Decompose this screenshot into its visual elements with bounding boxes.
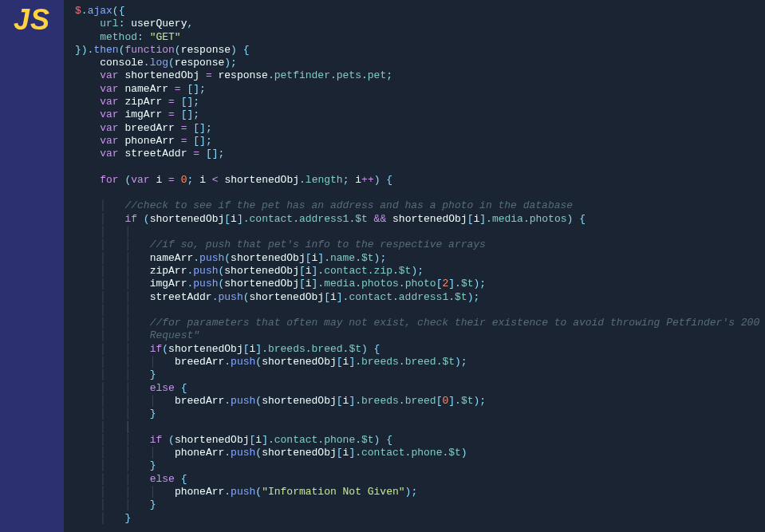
code-line[interactable]: var breedArr = []; — [75, 122, 765, 135]
code-line[interactable]: for (var i = 0; i < shortenedObj.length;… — [75, 174, 765, 187]
code-line[interactable]: │ │ — [75, 304, 765, 317]
code-line[interactable]: url: userQuery, — [75, 18, 765, 30]
code-line[interactable]: │ │ imgArr.push(shortenedObj[i].media.ph… — [75, 278, 765, 290]
code-line[interactable]: │ │ } — [75, 499, 765, 511]
code-line[interactable]: │ │ } — [75, 459, 765, 472]
code-line[interactable]: │ │ — [75, 226, 765, 238]
code-line[interactable]: │ } — [75, 512, 765, 525]
code-line[interactable]: │ │ streetAddr.push(shortenedObj[i].cont… — [75, 291, 765, 304]
code-line[interactable]: │ │ } — [75, 368, 765, 381]
code-line[interactable]: var zipArr = []; — [75, 96, 765, 108]
code-line[interactable]: $.ajax({ — [75, 5, 765, 18]
code-line[interactable]: │ │ │ breedArr.push(shortenedObj[i].bree… — [75, 395, 765, 408]
code-line[interactable]: │ │ //if so, push that pet's info to the… — [75, 238, 765, 251]
code-line[interactable]: │ │ │ phoneArr.push("Information Not Giv… — [75, 486, 765, 499]
code-line[interactable]: var imgArr = []; — [75, 108, 765, 121]
code-line[interactable]: │ │ — [75, 421, 765, 434]
code-line[interactable]: var nameArr = []; — [75, 83, 765, 96]
code-line[interactable]: │ │ │ breedArr.push(shortenedObj[i].bree… — [75, 356, 765, 368]
code-line[interactable]: │ │ if (shortenedObj[i].contact.phone.$t… — [75, 434, 765, 447]
code-line[interactable]: method: "GET" — [75, 31, 765, 44]
sidebar: JS — [0, 0, 64, 532]
code-line[interactable] — [75, 187, 765, 199]
code-editor[interactable]: $.ajax({ url: userQuery, method: "GET"})… — [64, 0, 765, 532]
code-line[interactable]: console.log(response); — [75, 57, 765, 69]
code-line[interactable]: │ │ else { — [75, 473, 765, 486]
language-badge: JS — [0, 3, 64, 37]
code-line[interactable]: │ │ //for parameters that often may not … — [75, 317, 765, 329]
code-line[interactable]: │ │ nameArr.push(shortenedObj[i].name.$t… — [75, 252, 765, 265]
code-line[interactable]: │ //check to see if the pet has an addre… — [75, 199, 765, 212]
code-line[interactable]: var phoneArr = []; — [75, 135, 765, 148]
code-line[interactable]: var shortenedObj = response.petfinder.pe… — [75, 69, 765, 82]
code-line[interactable]: │ │ │ phoneArr.push(shortenedObj[i].cont… — [75, 447, 765, 459]
code-line[interactable] — [75, 161, 765, 174]
code-line[interactable]: │ │ Request" — [75, 329, 765, 342]
code-line[interactable]: │ │ else { — [75, 382, 765, 395]
code-line[interactable]: │ │ } — [75, 408, 765, 420]
code-line[interactable]: │ │ zipArr.push(shortenedObj[i].contact.… — [75, 265, 765, 278]
code-line[interactable]: │ │ if(shortenedObj[i].breeds.breed.$t) … — [75, 343, 765, 356]
code-line[interactable]: }).then(function(response) { — [75, 44, 765, 57]
code-line[interactable]: var streetAddr = []; — [75, 148, 765, 160]
code-line[interactable]: │ if (shortenedObj[i].contact.address1.$… — [75, 213, 765, 226]
